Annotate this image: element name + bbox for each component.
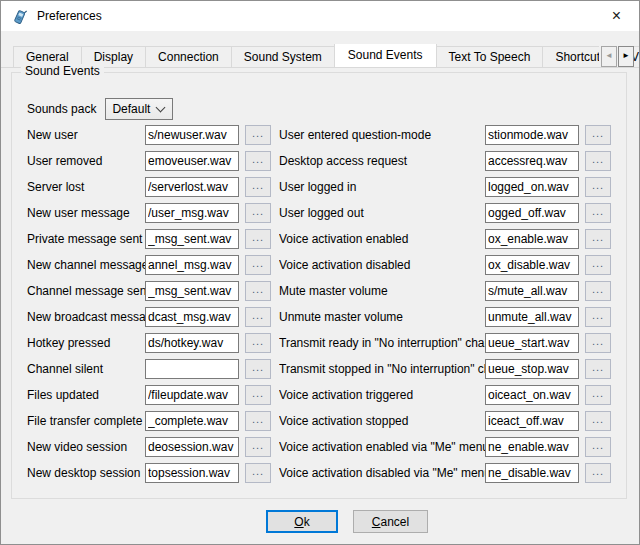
browse-button[interactable]: ... [245,229,271,249]
sound-event-row: New user message ... User logged out ... [27,200,620,226]
sound-file-input[interactable] [145,437,239,457]
close-button[interactable]: × [594,1,639,31]
browse-button[interactable]: ... [585,229,611,249]
sound-file-input[interactable] [145,125,239,145]
sound-file-input[interactable] [145,385,239,405]
sound-file-input[interactable] [485,177,579,197]
sound-file-input[interactable] [485,229,579,249]
sound-event-row: Channel message sent ... Mute master vol… [27,278,620,304]
browse-button[interactable]: ... [585,463,611,483]
sound-file-input[interactable] [145,333,239,353]
event-label: Hotkey pressed [27,336,145,350]
browse-button[interactable]: ... [245,437,271,457]
sound-event-row: User removed ... Desktop access request … [27,148,620,174]
tab-scroll-left-icon[interactable]: ◄ [601,46,617,67]
preferences-dialog: Preferences × General Display Connection… [0,0,640,545]
browse-button[interactable]: ... [245,463,271,483]
tab-text-to-speech[interactable]: Text To Speech [436,46,544,67]
event-label: User removed [27,154,145,168]
tab-scroller: ◄ ► [599,45,634,67]
sound-event-row: New user ... User entered question-mode … [27,122,620,148]
sound-file-input[interactable] [485,307,579,327]
sound-file-input[interactable] [145,281,239,301]
sound-file-input[interactable] [485,151,579,171]
sound-file-input[interactable] [145,229,239,249]
event-label: Private message sent [27,232,145,246]
browse-button[interactable]: ... [585,255,611,275]
sound-file-input[interactable] [485,125,579,145]
browse-button[interactable]: ... [585,333,611,353]
browse-button[interactable]: ... [245,359,271,379]
sounds-pack-row: Sounds pack Default [27,98,173,120]
browse-button[interactable]: ... [245,151,271,171]
event-label: New user message [27,206,145,220]
sound-event-row: New channel message ... Voice activation… [27,252,620,278]
sound-file-input[interactable] [485,437,579,457]
sound-file-input[interactable] [145,151,239,171]
browse-button[interactable]: ... [585,203,611,223]
browse-button[interactable]: ... [585,359,611,379]
sound-file-input[interactable] [145,307,239,327]
event-label: Channel silent [27,362,145,376]
sounds-pack-value: Default [112,102,150,116]
sound-file-input[interactable] [145,411,239,431]
sound-file-input[interactable] [485,463,579,483]
browse-button[interactable]: ... [585,385,611,405]
groupbox-title: Sound Events [21,64,104,78]
browse-button[interactable]: ... [585,411,611,431]
browse-button[interactable]: ... [245,385,271,405]
cancel-button[interactable]: Cancel [353,510,428,533]
sound-file-input[interactable] [145,255,239,275]
event-label: New video session [27,440,145,454]
ok-button[interactable]: Ok [266,510,338,533]
browse-button[interactable]: ... [585,281,611,301]
event-label: Voice activation triggered [279,388,485,402]
sound-event-row: New broadcast message ... Unmute master … [27,304,620,330]
event-label: Voice activation disabled via "Me" menu [279,466,485,480]
sound-event-row: New video session ... Voice activation e… [27,434,620,460]
browse-button[interactable]: ... [245,281,271,301]
browse-button[interactable]: ... [245,177,271,197]
sound-file-input[interactable] [485,255,579,275]
browse-button[interactable]: ... [585,125,611,145]
sound-file-input[interactable] [145,203,239,223]
sound-file-input[interactable] [485,385,579,405]
browse-button[interactable]: ... [585,307,611,327]
sound-file-input[interactable] [145,359,239,379]
browse-button[interactable]: ... [585,437,611,457]
sound-file-input[interactable] [485,203,579,223]
event-label: User logged in [279,180,485,194]
ok-button-label: Ok [268,515,336,529]
tab-scroll-right-icon[interactable]: ► [618,46,634,67]
event-label: User logged out [279,206,485,220]
sound-file-input[interactable] [145,177,239,197]
tab-sound-events[interactable]: Sound Events [334,44,437,68]
browse-button[interactable]: ... [245,307,271,327]
browse-button[interactable]: ... [245,333,271,353]
sound-event-row: Hotkey pressed ... Transmit ready in "No… [27,330,620,356]
event-label: Server lost [27,180,145,194]
sound-event-row: Server lost ... User logged in ... [27,174,620,200]
browse-button[interactable]: ... [585,177,611,197]
sound-event-row: File transfer complete ... Voice activat… [27,408,620,434]
tab-connection[interactable]: Connection [145,46,232,67]
sound-event-row: Channel silent ... Transmit stopped in "… [27,356,620,382]
sounds-pack-select[interactable]: Default [105,98,173,120]
window-title: Preferences [37,9,102,23]
browse-button[interactable]: ... [585,151,611,171]
browse-button[interactable]: ... [245,255,271,275]
sound-file-input[interactable] [485,411,579,431]
event-label: Voice activation disabled [279,258,485,272]
sounds-pack-label: Sounds pack [27,102,96,116]
sound-file-input[interactable] [145,463,239,483]
chevron-down-icon [156,103,166,113]
sound-file-input[interactable] [485,281,579,301]
sound-file-input[interactable] [485,359,579,379]
event-label: Files updated [27,388,145,402]
browse-button[interactable]: ... [245,411,271,431]
sound-file-input[interactable] [485,333,579,353]
tab-sound-system[interactable]: Sound System [231,46,335,67]
browse-button[interactable]: ... [245,125,271,145]
browse-button[interactable]: ... [245,203,271,223]
event-label: New user [27,128,145,142]
